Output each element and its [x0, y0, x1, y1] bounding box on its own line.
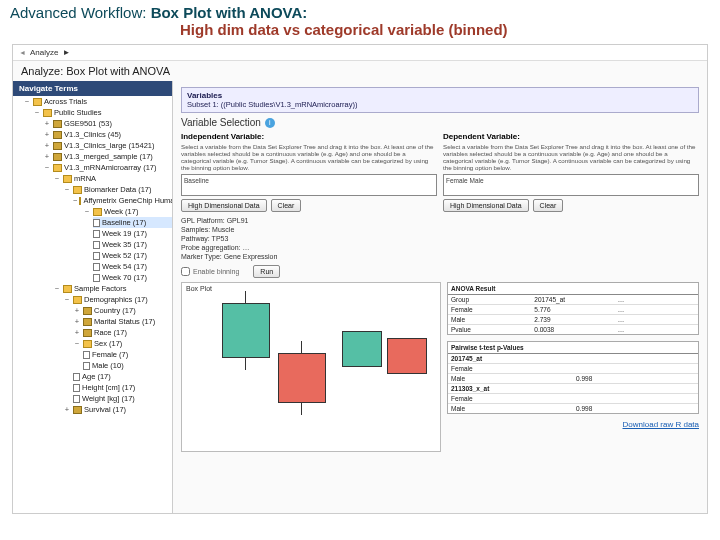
tree-item-male[interactable]: Male (10) [83, 360, 172, 371]
hdd-button-indep[interactable]: High Dimensional Data [181, 199, 267, 212]
clear-button-indep[interactable]: Clear [271, 199, 302, 212]
slide-title-a: Advanced Workflow: [10, 4, 146, 21]
dependent-dropzone[interactable]: Female Male [443, 174, 699, 196]
sidebar: Navigate Terms −Across Trials −Public St… [13, 81, 173, 513]
folder-open-icon [43, 109, 52, 117]
run-button[interactable]: Run [253, 265, 280, 278]
chevron-left-icon[interactable]: ◄ [19, 49, 26, 56]
tree-item-female[interactable]: Female (7) [83, 349, 172, 360]
main-panel: Variables Subset 1: ((Public Studies\V1.… [173, 81, 707, 513]
page-title: Analyze: Box Plot with ANOVA [13, 61, 707, 81]
result-tables: ANOVA Result Group201745_at… Female5.776… [447, 282, 699, 507]
independent-column: Independent Variable: Select a variable … [181, 132, 437, 212]
platform-meta: GPL Platform: GPL91 Samples: Muscle Path… [181, 216, 699, 261]
dependent-column: Dependent Variable: Select a variable fr… [443, 132, 699, 212]
info-icon[interactable]: i [265, 118, 275, 128]
slide-title: Advanced Workflow: Box Plot with ANOVA: [0, 0, 720, 21]
breadcrumb: ◄ Analyze ► [13, 45, 707, 61]
crumb-home[interactable]: Analyze [30, 48, 58, 57]
independent-dropzone[interactable]: Baseline [181, 174, 437, 196]
clear-button-dep[interactable]: Clear [533, 199, 564, 212]
sidebar-header: Navigate Terms [13, 81, 172, 96]
download-link[interactable]: Download raw R data [623, 420, 699, 429]
tree-item-baseline[interactable]: Baseline (17) [93, 217, 172, 228]
slide-title-b: Box Plot with ANOVA: [151, 4, 308, 21]
variable-selection-title: Variable Selectioni [181, 117, 699, 128]
app-window: ◄ Analyze ► Analyze: Box Plot with ANOVA… [12, 44, 708, 514]
subset-box: Variables Subset 1: ((Public Studies\V1.… [181, 87, 699, 113]
enable-binning-checkbox[interactable]: Enable binning [181, 267, 239, 276]
slide-subtitle: High dim data vs categorical variable (b… [0, 21, 720, 44]
crumb-sep: ► [62, 48, 70, 57]
dataset-tree[interactable]: −Across Trials −Public Studies +GSE9501 … [13, 96, 172, 415]
anova-table: ANOVA Result Group201745_at… Female5.776… [447, 282, 699, 335]
hdd-button-dep[interactable]: High Dimensional Data [443, 199, 529, 212]
boxplot-chart: Box Plot [181, 282, 441, 452]
folder-open-icon [33, 98, 42, 106]
pairwise-table: Pairwise t-test p-Values 201745_at Femal… [447, 341, 699, 414]
